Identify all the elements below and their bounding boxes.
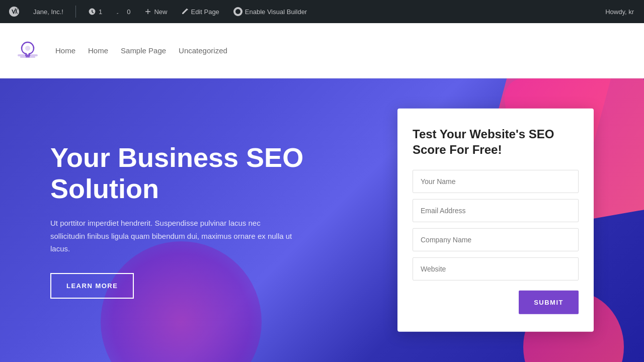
site-logo[interactable]	[15, 38, 40, 63]
howdy-label: Howdy, kr	[605, 8, 639, 16]
form-submit-row: SUBMIT	[413, 291, 579, 314]
hero-section: Your Business SEO Solution Ut porttitor …	[0, 78, 644, 362]
hero-description: Ut porttitor imperdiet hendrerit. Suspen…	[50, 217, 297, 255]
nav-sample-page[interactable]: Sample Page	[121, 46, 166, 55]
submit-button[interactable]: SUBMIT	[519, 291, 579, 314]
site-name-label: Jane, Inc.!	[33, 8, 63, 16]
edit-page-button[interactable]: Edit Page	[177, 6, 223, 18]
form-title: Test Your Website's SEO Score For Free!	[413, 126, 579, 157]
site-header: Home Home Sample Page Uncategorized	[0, 23, 644, 78]
nav-home-2[interactable]: Home	[88, 46, 108, 55]
company-name-input[interactable]	[413, 228, 579, 251]
visual-builder-label: Enable Visual Builder	[245, 8, 307, 16]
nav-uncategorized[interactable]: Uncategorized	[179, 46, 227, 55]
comments-button[interactable]: 0	[112, 6, 134, 18]
admin-bar-divider	[75, 6, 76, 18]
nav-home-1[interactable]: Home	[55, 46, 75, 55]
website-input[interactable]	[413, 257, 579, 281]
new-label: New	[154, 8, 167, 16]
your-name-input[interactable]	[413, 170, 579, 193]
site-name-button[interactable]: Jane, Inc.!	[29, 6, 67, 18]
enable-visual-builder-button[interactable]: Enable Visual Builder	[229, 5, 311, 18]
logo-icon	[15, 38, 40, 63]
svg-point-2	[25, 46, 30, 51]
updates-button[interactable]: 1	[84, 6, 106, 18]
edit-page-label: Edit Page	[191, 8, 219, 16]
seo-form-card: Test Your Website's SEO Score For Free! …	[397, 109, 594, 332]
admin-bar: Jane, Inc.! 1 0 New Edit Page Enable Vis…	[0, 0, 644, 23]
site-nav: Home Home Sample Page Uncategorized	[55, 46, 227, 55]
email-address-input[interactable]	[413, 199, 579, 222]
comments-count: 0	[127, 8, 130, 16]
hero-content: Your Business SEO Solution Ut porttitor …	[0, 142, 327, 299]
new-content-button[interactable]: New	[140, 6, 171, 18]
learn-more-button[interactable]: LEARN MORE	[50, 273, 134, 299]
hero-title: Your Business SEO Solution	[50, 142, 327, 204]
updates-count: 1	[99, 8, 102, 16]
wordpress-logo-button[interactable]	[5, 5, 23, 19]
